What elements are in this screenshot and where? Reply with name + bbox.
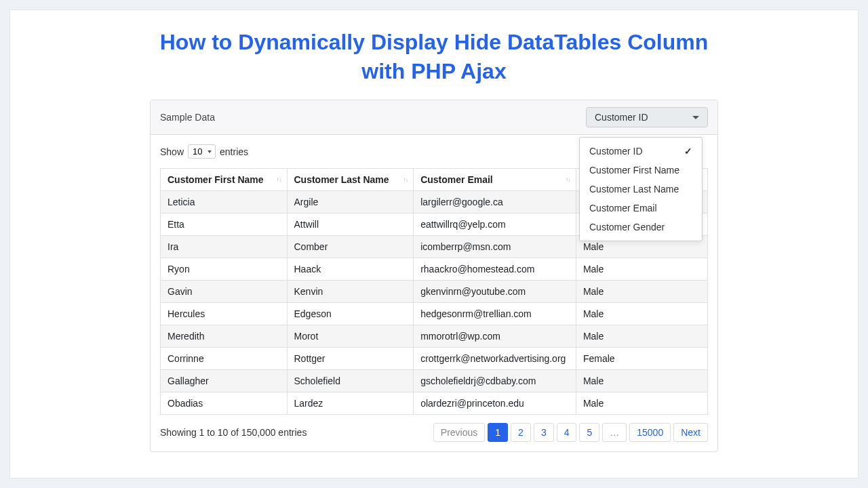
card-header-label: Sample Data [160,112,215,123]
table-cell: crottgerrk@networkadvertising.org [414,348,576,370]
card-header: Sample Data Customer ID Customer ID✓Cust… [151,100,717,135]
table-cell: hedgesonrm@trellian.com [414,303,576,325]
table-cell: largilerr@google.ca [414,191,576,214]
pagination-page[interactable]: 2 [511,423,531,442]
pagination-next[interactable]: Next [673,423,708,442]
column-toggle-item[interactable]: Customer ID✓ [580,142,702,161]
table-cell: Gallagher [161,370,288,392]
chevron-down-icon [692,116,699,119]
table-cell: Edgeson [287,303,414,325]
pagination-page[interactable]: 3 [534,423,554,442]
table-cell: gscholefieldrj@cdbaby.com [414,370,576,392]
table-cell: Ryon [161,258,288,281]
length-select[interactable]: 10 [188,144,216,159]
sort-icon: ↑↓ [277,177,281,183]
table-cell: gkenvinrn@youtube.com [414,281,576,303]
column-toggle-item[interactable]: Customer First Name [580,161,702,180]
table-cell: Rottger [287,348,414,370]
length-suffix: entries [220,146,248,157]
table-cell: Male [576,370,707,392]
dropdown-item-label: Customer Gender [589,222,665,232]
dropdown-item-label: Customer First Name [589,165,679,176]
table-row: RyonHaackrhaackro@homestead.comMale [161,258,708,281]
table-cell: Male [576,258,707,281]
table-row: GavinKenvingkenvinrn@youtube.comMale [161,281,708,303]
table-cell: Kenvin [287,281,414,303]
column-header[interactable]: Customer Email↑↓ [414,169,576,191]
table-cell: mmorotrl@wp.com [414,325,576,348]
pagination-page[interactable]: 1 [488,423,508,442]
table-cell: olardezri@princeton.edu [414,392,576,415]
table-row: GallagherScholefieldgscholefieldrj@cdbab… [161,370,708,392]
table-cell: Hercules [161,303,288,325]
column-toggle-menu: Customer ID✓Customer First NameCustomer … [579,137,703,241]
table-cell: Male [576,325,707,348]
column-toggle-dropdown[interactable]: Customer ID [586,107,708,127]
column-header[interactable]: Customer First Name↑↓ [161,169,288,191]
sort-icon: ↑↓ [403,177,408,183]
table-cell: Lardez [287,392,414,415]
column-toggle-item[interactable]: Customer Last Name [580,180,702,199]
pagination-page[interactable]: 5 [579,423,599,442]
table-row: CorrinneRottgercrottgerrk@networkadverti… [161,348,708,370]
length-prefix: Show [160,146,184,157]
table-cell: Male [576,392,707,415]
table-cell: Haack [287,258,414,281]
dropdown-item-label: Customer Email [589,203,657,214]
table-cell: Male [576,281,707,303]
table-row: HerculesEdgesonhedgesonrm@trellian.comMa… [161,303,708,325]
table-cell: Corrinne [161,348,288,370]
column-toggle-item[interactable]: Customer Gender [580,218,702,237]
table-cell: Obadias [161,392,288,415]
dropdown-item-label: Customer Last Name [589,184,679,195]
pagination: Previous12345…15000Next [433,423,708,442]
table-cell: Ira [161,236,288,258]
page-title: How to Dynamically Display Hide DataTabl… [156,28,712,86]
table-cell: Male [576,303,707,325]
table-cell: Comber [287,236,414,258]
table-cell: Scholefield [287,370,414,392]
table-row: MeredithMorotmmorotrl@wp.comMale [161,325,708,348]
pagination-ellipsis: … [602,423,627,442]
data-card: Sample Data Customer ID Customer ID✓Cust… [150,100,718,452]
table-cell: Attwill [287,214,414,236]
table-info: Showing 1 to 10 of 150,000 entries [160,427,307,438]
table-cell: icomberrp@msn.com [414,236,576,258]
table-cell: Etta [161,214,288,236]
pagination-prev: Previous [433,423,485,442]
table-cell: Morot [287,325,414,348]
column-toggle-item[interactable]: Customer Email [580,199,702,218]
sort-icon: ↑↓ [566,177,570,183]
column-header[interactable]: Customer Last Name↑↓ [287,169,414,191]
table-cell: Argile [287,191,414,214]
dropdown-selected-label: Customer ID [595,112,648,123]
table-cell: Meredith [161,325,288,348]
dropdown-item-label: Customer ID [589,146,643,157]
table-cell: Female [576,348,707,370]
table-cell: Leticia [161,191,288,214]
pagination-page[interactable]: 15000 [629,423,671,442]
table-row: ObadiasLardezolardezri@princeton.eduMale [161,392,708,415]
table-cell: eattwillrq@yelp.com [414,214,576,236]
check-icon: ✓ [684,146,692,157]
pagination-page[interactable]: 4 [557,423,577,442]
table-cell: Gavin [161,281,288,303]
table-cell: rhaackro@homestead.com [414,258,576,281]
